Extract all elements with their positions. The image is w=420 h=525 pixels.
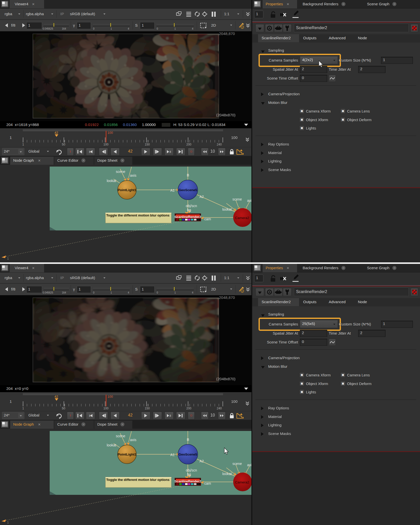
svg-text:8: 8 bbox=[89, 151, 90, 153]
svg-text:scene: scene bbox=[232, 462, 242, 466]
svg-text:I: I bbox=[70, 414, 71, 417]
svg-text:A2: A2 bbox=[199, 459, 204, 463]
svg-text:i: i bbox=[242, 26, 243, 29]
svg-text:lookat: lookat bbox=[107, 443, 116, 447]
svg-text:8: 8 bbox=[89, 414, 90, 417]
svg-text:8: 8 bbox=[170, 151, 171, 153]
svg-text:8: 8 bbox=[170, 414, 171, 417]
svg-text:scene: scene bbox=[116, 170, 125, 174]
svg-text:PointLight1: PointLight1 bbox=[118, 452, 137, 456]
svg-text:obj/scn: obj/scn bbox=[186, 468, 197, 472]
svg-text:PointLight1: PointLight1 bbox=[118, 188, 137, 192]
svg-text:A1: A1 bbox=[170, 453, 175, 457]
svg-text:ScanlineRender2: ScanlineRender2 bbox=[174, 215, 201, 219]
svg-text:axis: axis bbox=[130, 438, 136, 442]
svg-text:GeoScene5: GeoScene5 bbox=[178, 452, 197, 456]
svg-text:A2: A2 bbox=[199, 195, 204, 199]
svg-text:scene: scene bbox=[116, 434, 125, 438]
svg-text:lookat: lookat bbox=[222, 207, 232, 211]
svg-text:cam: cam bbox=[204, 481, 211, 485]
svg-text:axi: axi bbox=[247, 463, 252, 467]
svg-text:B: B bbox=[187, 438, 189, 442]
svg-text:lookat: lookat bbox=[107, 179, 116, 183]
svg-text:cam: cam bbox=[204, 217, 211, 221]
svg-text:I: I bbox=[70, 150, 71, 153]
svg-text:ScanlineRender2: ScanlineRender2 bbox=[174, 479, 201, 483]
svg-text:obj/scn: obj/scn bbox=[186, 204, 197, 208]
svg-text:O: O bbox=[190, 150, 192, 153]
svg-text:Camera2: Camera2 bbox=[235, 216, 249, 220]
svg-text:lookat: lookat bbox=[222, 472, 232, 476]
svg-text:1: 1 bbox=[7, 257, 9, 260]
svg-text:bg: bg bbox=[187, 472, 191, 476]
svg-text:scene: scene bbox=[232, 197, 242, 201]
svg-text:axis: axis bbox=[130, 173, 136, 177]
svg-text:i: i bbox=[242, 290, 243, 293]
svg-text:O: O bbox=[190, 414, 192, 417]
svg-text:Camera2: Camera2 bbox=[235, 480, 249, 484]
svg-text:bg: bg bbox=[187, 208, 191, 212]
svg-text:B: B bbox=[187, 173, 189, 177]
svg-text:axi: axi bbox=[247, 198, 252, 203]
svg-text:GeoScene5: GeoScene5 bbox=[178, 188, 197, 192]
svg-text:Toggle the different motion bl: Toggle the different motion blur options bbox=[106, 478, 170, 482]
svg-text:Toggle the different motion bl: Toggle the different motion blur options bbox=[106, 213, 170, 217]
svg-text:A1: A1 bbox=[170, 188, 175, 192]
svg-text:1: 1 bbox=[7, 521, 9, 524]
